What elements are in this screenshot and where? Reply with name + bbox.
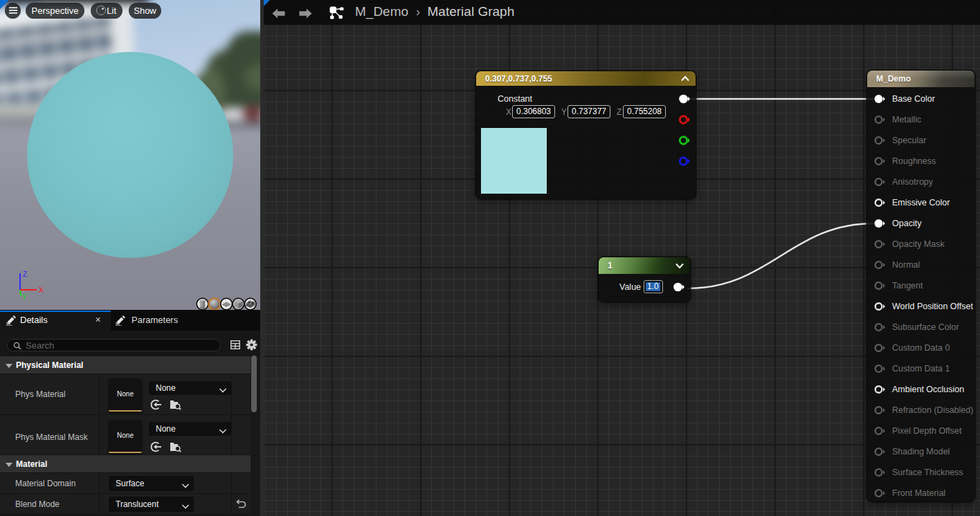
svg-text:Y: Y <box>22 293 27 301</box>
svg-text:X: X <box>39 286 44 294</box>
svg-text:Z: Z <box>23 270 27 278</box>
